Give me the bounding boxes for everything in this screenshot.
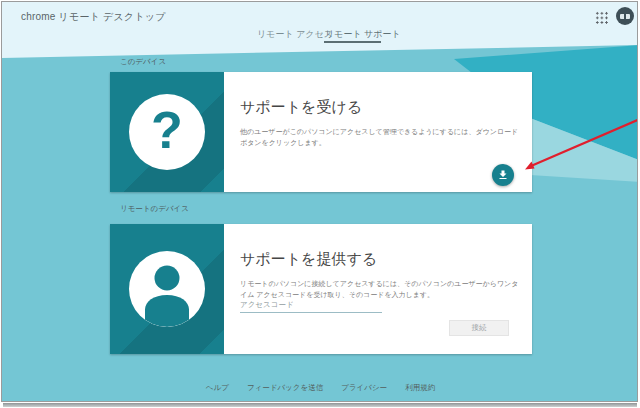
tab-remote-support[interactable]: リモート サポート	[325, 28, 401, 41]
footer-links: ヘルプ フィードバックを送信 プライバシー 利用規約	[2, 383, 638, 393]
question-mark-icon: ?	[129, 94, 205, 170]
download-button[interactable]	[492, 164, 514, 186]
give-support-description: リモートのパソコンに接続してアクセスするには、そのパソコンのユーザーからワンタイ…	[240, 278, 520, 300]
connect-button[interactable]: 接続	[449, 320, 509, 336]
tab-remote-access[interactable]: リモート アクセス	[257, 28, 333, 41]
avatar-label	[620, 14, 630, 19]
footer-link-feedback[interactable]: フィードバックを送信	[247, 383, 323, 392]
section-label-this-device: このデバイス	[120, 57, 166, 67]
browser-viewport: chrome リモート デスクトップ リモート アクセス リモート サポート こ…	[1, 1, 638, 402]
give-support-card: サポートを提供する リモートのパソコンに接続してアクセスするには、そのパソコンの…	[110, 224, 532, 354]
person-icon	[129, 251, 205, 327]
section-label-remote-devices: リモートのデバイス	[120, 204, 189, 214]
screenshot-bottom-shadow	[3, 403, 637, 407]
get-support-description: 他のユーザーがこのパソコンにアクセスして管理できるようにするには、ダウンロード …	[240, 126, 520, 148]
give-support-title: サポートを提供する	[240, 250, 520, 269]
app-title: chrome リモート デスクトップ	[21, 10, 166, 24]
user-avatar[interactable]	[616, 7, 634, 25]
get-support-card: ? サポートを受ける 他のユーザーがこのパソコンにアクセスして管理できるようにす…	[110, 72, 532, 192]
get-support-icon-panel: ?	[110, 72, 224, 192]
download-icon	[497, 169, 509, 181]
apps-grid-icon[interactable]	[595, 11, 608, 24]
give-support-icon-panel	[110, 224, 224, 354]
active-tab-underline	[324, 41, 381, 43]
footer-link-privacy[interactable]: プライバシー	[341, 383, 387, 392]
screenshot: chrome リモート デスクトップ リモート アクセス リモート サポート こ…	[0, 0, 640, 408]
get-support-body: サポートを受ける 他のユーザーがこのパソコンにアクセスして管理できるようにするに…	[224, 72, 536, 192]
footer-link-terms[interactable]: 利用規約	[405, 383, 435, 392]
footer-link-help[interactable]: ヘルプ	[206, 383, 229, 392]
get-support-title: サポートを受ける	[240, 98, 520, 117]
access-code-input[interactable]	[240, 300, 382, 313]
